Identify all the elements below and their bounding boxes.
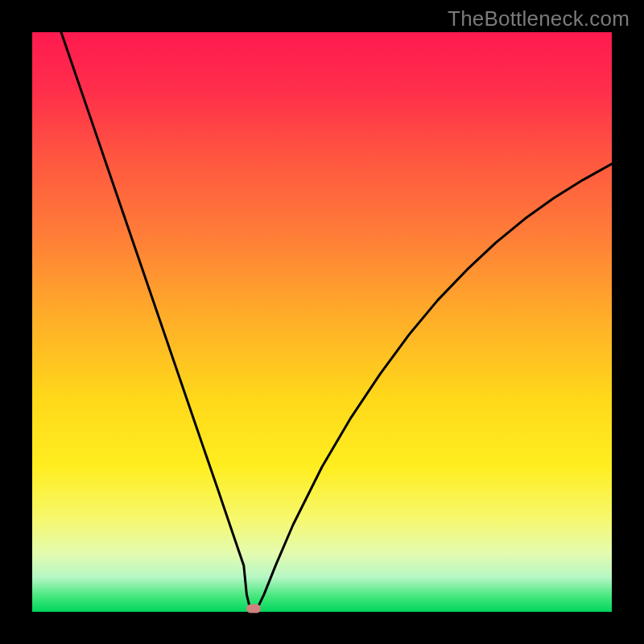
svg-rect-0 bbox=[32, 32, 612, 612]
plot-area bbox=[32, 32, 612, 612]
chart-frame: TheBottleneck.com bbox=[0, 0, 644, 644]
watermark-text: TheBottleneck.com bbox=[448, 6, 630, 31]
gradient-background bbox=[32, 32, 612, 612]
optimum-marker bbox=[246, 604, 261, 613]
